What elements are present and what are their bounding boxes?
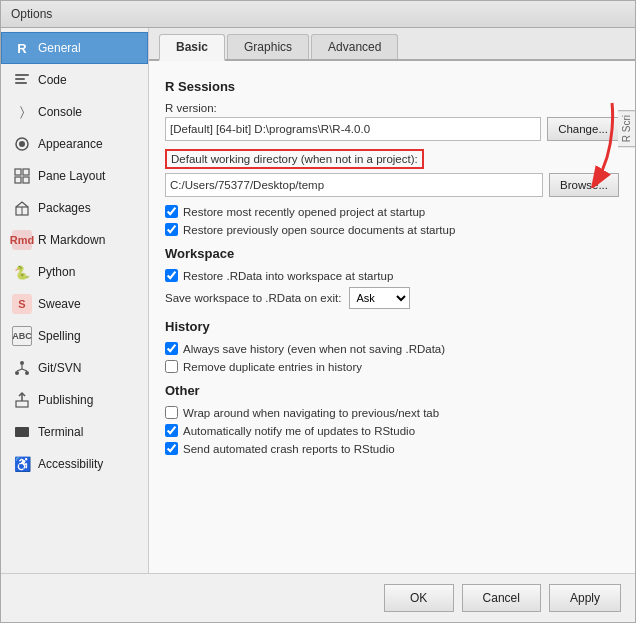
accessibility-icon: ♿ (12, 454, 32, 474)
always-save-history-checkbox[interactable] (165, 342, 178, 355)
save-workspace-select[interactable]: Ask Always Never (349, 287, 410, 309)
sidebar-item-label: Spelling (38, 329, 81, 343)
save-workspace-label: Save workspace to .RData on exit: (165, 292, 341, 304)
working-dir-input[interactable] (165, 173, 543, 197)
always-save-history-row: Always save history (even when not savin… (165, 342, 619, 355)
remove-duplicate-checkbox[interactable] (165, 360, 178, 373)
sidebar-item-packages[interactable]: Packages (1, 192, 148, 224)
sidebar-item-appearance[interactable]: Appearance (1, 128, 148, 160)
r-markdown-icon: Rmd (12, 230, 32, 250)
dialog-title: Options (11, 7, 52, 21)
tab-bar: Basic Graphics Advanced (149, 28, 635, 61)
history-title: History (165, 319, 619, 334)
sidebar-item-git-svn[interactable]: Git/SVN (1, 352, 148, 384)
tab-graphics[interactable]: Graphics (227, 34, 309, 59)
restore-source-label: Restore previously open source documents… (183, 224, 455, 236)
other-title: Other (165, 383, 619, 398)
remove-duplicate-label: Remove duplicate entries in history (183, 361, 362, 373)
packages-icon (12, 198, 32, 218)
cancel-button[interactable]: Cancel (462, 584, 541, 612)
restore-source-row: Restore previously open source documents… (165, 223, 619, 236)
sidebar-item-label: Terminal (38, 425, 83, 439)
appearance-icon (12, 134, 32, 154)
sweave-icon: S (12, 294, 32, 314)
pane-layout-icon (12, 166, 32, 186)
restore-rdata-row: Restore .RData into workspace at startup (165, 269, 619, 282)
sidebar-item-code[interactable]: Code (1, 64, 148, 96)
svg-rect-0 (15, 74, 29, 76)
sidebar-item-pane-layout[interactable]: Pane Layout (1, 160, 148, 192)
sidebar-item-general[interactable]: R General (1, 32, 148, 64)
svg-rect-6 (23, 169, 29, 175)
browse-button[interactable]: Browse... (549, 173, 619, 197)
apply-button[interactable]: Apply (549, 584, 621, 612)
sidebar-item-label: Code (38, 73, 67, 87)
sidebar-item-publishing[interactable]: Publishing (1, 384, 148, 416)
notify-updates-row: Automatically notify me of updates to RS… (165, 424, 619, 437)
general-icon: R (12, 38, 32, 58)
r-version-label: R version: (165, 102, 619, 114)
ok-button[interactable]: OK (384, 584, 454, 612)
svg-point-4 (19, 141, 25, 147)
restore-project-row: Restore most recently opened project at … (165, 205, 619, 218)
svg-line-16 (22, 369, 27, 371)
working-dir-label: Default working directory (when not in a… (165, 149, 424, 169)
sidebar-item-label: Publishing (38, 393, 93, 407)
notify-updates-label: Automatically notify me of updates to RS… (183, 425, 415, 437)
sidebar-item-console[interactable]: 〉 Console (1, 96, 148, 128)
r-scripts-tab: R Scri (618, 110, 636, 147)
restore-rdata-checkbox[interactable] (165, 269, 178, 282)
svg-rect-18 (15, 427, 29, 437)
restore-rdata-label: Restore .RData into workspace at startup (183, 270, 393, 282)
change-button[interactable]: Change... (547, 117, 619, 141)
sidebar-item-r-markdown[interactable]: Rmd R Markdown (1, 224, 148, 256)
sidebar-item-label: Sweave (38, 297, 81, 311)
terminal-icon (12, 422, 32, 442)
restore-source-checkbox[interactable] (165, 223, 178, 236)
wrap-around-label: Wrap around when navigating to previous/… (183, 407, 439, 419)
tab-advanced[interactable]: Advanced (311, 34, 398, 59)
sidebar-item-label: Console (38, 105, 82, 119)
sidebar-item-label: Git/SVN (38, 361, 81, 375)
dialog-titlebar: Options (1, 1, 635, 28)
wrap-around-checkbox[interactable] (165, 406, 178, 419)
sidebar-item-label: Accessibility (38, 457, 103, 471)
console-icon: 〉 (12, 102, 32, 122)
save-workspace-row: Save workspace to .RData on exit: Ask Al… (165, 287, 619, 309)
sidebar-item-terminal[interactable]: Terminal (1, 416, 148, 448)
svg-line-15 (17, 369, 22, 371)
r-version-input[interactable] (165, 117, 541, 141)
svg-rect-5 (15, 169, 21, 175)
sidebar-item-python[interactable]: 🐍 Python (1, 256, 148, 288)
git-icon (12, 358, 32, 378)
sidebar: R General Code 〉 Console A (1, 28, 149, 573)
workspace-title: Workspace (165, 246, 619, 261)
sidebar-item-sweave[interactable]: S Sweave (1, 288, 148, 320)
restore-project-label: Restore most recently opened project at … (183, 206, 425, 218)
sidebar-item-label: Pane Layout (38, 169, 105, 183)
remove-duplicate-row: Remove duplicate entries in history (165, 360, 619, 373)
svg-point-11 (20, 361, 24, 365)
sidebar-item-spelling[interactable]: ABC Spelling (1, 320, 148, 352)
main-content: Basic Graphics Advanced R Sessions R ver… (149, 28, 635, 573)
notify-updates-checkbox[interactable] (165, 424, 178, 437)
crash-reports-checkbox[interactable] (165, 442, 178, 455)
r-version-row: Change... (165, 117, 619, 141)
r-sessions-title: R Sessions (165, 79, 619, 94)
svg-rect-7 (15, 177, 21, 183)
crash-reports-row: Send automated crash reports to RStudio (165, 442, 619, 455)
restore-project-checkbox[interactable] (165, 205, 178, 218)
svg-rect-2 (15, 82, 27, 84)
sidebar-item-accessibility[interactable]: ♿ Accessibility (1, 448, 148, 480)
sidebar-item-label: Packages (38, 201, 91, 215)
crash-reports-label: Send automated crash reports to RStudio (183, 443, 395, 455)
tab-basic[interactable]: Basic (159, 34, 225, 61)
svg-point-13 (25, 371, 29, 375)
spelling-icon: ABC (12, 326, 32, 346)
sidebar-item-label: Python (38, 265, 75, 279)
working-dir-row: Browse... (165, 173, 619, 197)
sidebar-item-label: General (38, 41, 81, 55)
wrap-around-row: Wrap around when navigating to previous/… (165, 406, 619, 419)
sidebar-item-label: Appearance (38, 137, 103, 151)
svg-rect-17 (16, 401, 28, 407)
